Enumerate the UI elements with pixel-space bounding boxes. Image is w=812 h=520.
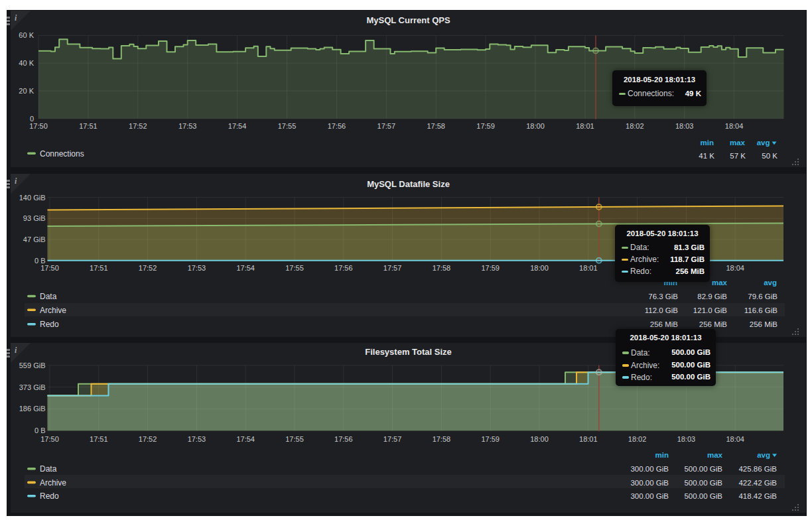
svg-text:17:58: 17:58 xyxy=(433,264,451,272)
svg-text:17:51: 17:51 xyxy=(90,264,108,272)
svg-text:Filesystem Total Size: Filesystem Total Size xyxy=(365,347,452,357)
svg-text:17:52: 17:52 xyxy=(139,435,157,443)
svg-text:17:52: 17:52 xyxy=(129,122,147,130)
svg-text:18:00: 18:00 xyxy=(530,264,549,272)
svg-text:avg: avg xyxy=(757,451,770,459)
svg-text:17:50: 17:50 xyxy=(29,122,48,130)
svg-text:82.9 GiB: 82.9 GiB xyxy=(697,292,727,300)
svg-text:559 GiB: 559 GiB xyxy=(19,361,46,369)
svg-text:min: min xyxy=(701,139,714,147)
svg-text:MySQL Datafile Size: MySQL Datafile Size xyxy=(367,179,450,189)
svg-text:17:53: 17:53 xyxy=(188,264,206,272)
svg-text:17:59: 17:59 xyxy=(476,122,495,130)
svg-text:17:59: 17:59 xyxy=(481,435,500,443)
svg-text:18:03: 18:03 xyxy=(675,122,694,130)
svg-text:0: 0 xyxy=(30,115,34,123)
svg-text:256 MiB: 256 MiB xyxy=(650,320,679,328)
svg-text:max: max xyxy=(730,139,746,147)
svg-text:18:04: 18:04 xyxy=(725,122,744,130)
svg-text:17:53: 17:53 xyxy=(188,435,206,443)
svg-text:17:50: 17:50 xyxy=(40,264,59,272)
svg-text:50 K: 50 K xyxy=(762,152,778,160)
svg-text:140 GiB: 140 GiB xyxy=(19,194,46,202)
svg-text:avg: avg xyxy=(757,139,770,147)
svg-text:17:56: 17:56 xyxy=(334,264,353,272)
svg-text:17:53: 17:53 xyxy=(178,122,197,130)
svg-text:17:51: 17:51 xyxy=(79,122,98,130)
svg-text:300.00 GiB: 300.00 GiB xyxy=(630,492,669,500)
svg-text:256 MiB: 256 MiB xyxy=(750,320,778,328)
svg-text:17:59: 17:59 xyxy=(481,264,500,272)
svg-text:112.0 GiB: 112.0 GiB xyxy=(645,306,679,314)
svg-text:MySQL Current QPS: MySQL Current QPS xyxy=(366,15,450,25)
svg-text:max: max xyxy=(712,279,728,287)
svg-text:418.42 GiB: 418.42 GiB xyxy=(738,492,777,500)
svg-text:18:00: 18:00 xyxy=(530,435,549,443)
svg-text:18:04: 18:04 xyxy=(726,264,744,272)
svg-text:79.6 GiB: 79.6 GiB xyxy=(748,292,778,300)
svg-text:60 K: 60 K xyxy=(19,31,34,39)
svg-text:17:52: 17:52 xyxy=(139,264,157,272)
svg-text:17:55: 17:55 xyxy=(278,122,297,130)
svg-text:Archive: Archive xyxy=(40,478,66,487)
svg-text:373 GiB: 373 GiB xyxy=(19,383,46,391)
svg-text:20 K: 20 K xyxy=(19,87,34,95)
svg-text:422.42 GiB: 422.42 GiB xyxy=(738,479,777,487)
svg-text:18:02: 18:02 xyxy=(628,435,647,443)
svg-text:121.0 GiB: 121.0 GiB xyxy=(693,306,727,314)
svg-text:18:02: 18:02 xyxy=(626,122,644,130)
svg-text:18:01: 18:01 xyxy=(576,122,594,130)
svg-text:17:55: 17:55 xyxy=(285,435,304,443)
svg-text:17:55: 17:55 xyxy=(285,264,304,272)
svg-text:Data: Data xyxy=(40,464,57,474)
svg-text:Connections: Connections xyxy=(40,149,84,159)
svg-text:Data: Data xyxy=(40,292,57,301)
svg-text:116.6 GiB: 116.6 GiB xyxy=(744,306,778,314)
svg-text:57 K: 57 K xyxy=(730,152,746,160)
svg-text:17:51: 17:51 xyxy=(90,435,108,443)
svg-text:186 GiB: 186 GiB xyxy=(19,405,46,413)
svg-text:17:57: 17:57 xyxy=(383,264,402,272)
svg-text:300.00 GiB: 300.00 GiB xyxy=(630,465,669,473)
svg-text:76.3 GiB: 76.3 GiB xyxy=(648,292,678,300)
svg-text:avg: avg xyxy=(764,279,777,287)
svg-text:18:00: 18:00 xyxy=(526,122,545,130)
svg-text:500.00 GiB: 500.00 GiB xyxy=(684,492,722,500)
svg-text:500.00 GiB: 500.00 GiB xyxy=(684,465,722,473)
svg-text:47 GiB: 47 GiB xyxy=(23,235,46,243)
svg-text:41 K: 41 K xyxy=(699,152,714,160)
svg-text:Redo: Redo xyxy=(40,320,59,329)
svg-text:256 MiB: 256 MiB xyxy=(699,320,728,328)
svg-text:93 GiB: 93 GiB xyxy=(23,214,46,222)
svg-text:300.00 GiB: 300.00 GiB xyxy=(630,479,669,487)
svg-text:17:57: 17:57 xyxy=(377,122,396,130)
svg-text:17:57: 17:57 xyxy=(383,435,402,443)
svg-text:max: max xyxy=(707,451,723,459)
svg-text:17:56: 17:56 xyxy=(328,122,346,130)
svg-text:0 B: 0 B xyxy=(34,426,46,434)
svg-text:17:58: 17:58 xyxy=(433,435,451,443)
svg-text:Redo: Redo xyxy=(40,491,59,501)
svg-text:17:54: 17:54 xyxy=(236,435,255,443)
svg-text:40 K: 40 K xyxy=(19,59,34,67)
svg-text:500.00 GiB: 500.00 GiB xyxy=(684,479,722,487)
svg-text:18:03: 18:03 xyxy=(677,435,696,443)
svg-text:17:54: 17:54 xyxy=(236,264,255,272)
svg-text:17:50: 17:50 xyxy=(40,435,59,443)
svg-text:min: min xyxy=(655,451,669,459)
svg-text:18:01: 18:01 xyxy=(579,435,598,443)
svg-text:425.86 GiB: 425.86 GiB xyxy=(738,465,777,473)
svg-text:Archive: Archive xyxy=(40,306,66,315)
svg-text:17:54: 17:54 xyxy=(228,122,247,130)
svg-text:17:56: 17:56 xyxy=(334,435,353,443)
svg-text:18:01: 18:01 xyxy=(579,264,598,272)
svg-text:17:58: 17:58 xyxy=(427,122,445,130)
svg-text:18:04: 18:04 xyxy=(726,435,744,443)
